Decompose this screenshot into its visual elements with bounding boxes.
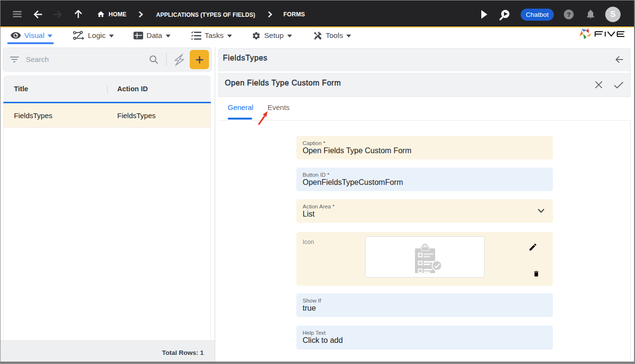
svg-text:?: ? bbox=[567, 11, 571, 18]
